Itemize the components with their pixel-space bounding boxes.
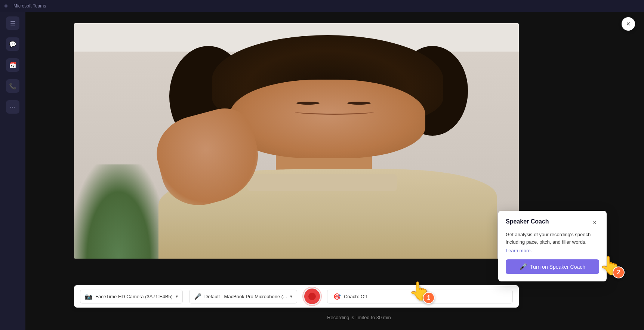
camera-selector[interactable]: 📷 FaceTime HD Camera (3A71:F4B5) ▾ [80, 290, 183, 303]
coach-button[interactable]: 🎯 Coach: Off [327, 290, 513, 303]
video-area: × 📷 FaceTime HD Camera (3A71:F4B5) ▾ 🎤 D… [25, 12, 644, 330]
camera-icon: 📷 [85, 293, 92, 300]
control-bar: 📷 FaceTime HD Camera (3A71:F4B5) ▾ 🎤 Def… [74, 285, 519, 308]
recording-limit: Recording is limited to 30 min [74, 315, 644, 320]
face [230, 80, 426, 158]
annotation-number-2: 2 [613, 266, 625, 278]
record-button[interactable] [303, 287, 321, 305]
turn-on-label: Turn on Speaker Coach [530, 264, 585, 270]
video-container [74, 23, 519, 259]
sidebar-icon-3[interactable]: 📅 [6, 58, 19, 72]
divider-1 [186, 290, 186, 303]
record-inner-circle [308, 293, 316, 300]
camera-label: FaceTime HD Camera (3A71:F4B5) [95, 294, 173, 299]
popup-close-button[interactable]: × [590, 218, 599, 227]
learn-more-link[interactable]: Learn more. [506, 248, 599, 253]
camera-chevron-icon: ▾ [176, 294, 178, 299]
mic-icon: 🎤 [194, 293, 201, 300]
coach-label: Coach: Off [344, 294, 367, 299]
mic-chevron-icon: ▾ [290, 294, 292, 299]
turn-on-speaker-coach-button[interactable]: 🎤 Turn on Speaker Coach [506, 259, 599, 274]
popup-title: Speaker Coach [506, 218, 549, 225]
close-button[interactable]: × [622, 17, 635, 31]
popup-header: Speaker Coach × [506, 218, 599, 227]
app-title: Microsoft Teams [13, 3, 46, 9]
mic-label: Default - MacBook Pro Microphone (... [204, 294, 287, 299]
popup-description: Get analysis of your recording's speech … [506, 231, 599, 246]
eye-left [296, 102, 320, 105]
speaker-coach-popup: Speaker Coach × Get analysis of your rec… [498, 211, 607, 281]
top-bar: Microsoft Teams [0, 0, 644, 12]
coach-icon: 🎯 [333, 293, 341, 300]
sidebar-icon-1[interactable]: ☰ [6, 16, 19, 30]
smile [294, 109, 375, 115]
turtleneck [247, 174, 397, 192]
speaker-coach-btn-icon: 🎤 [520, 263, 527, 270]
sidebar: ☰ 💬 📅 📞 ⋯ [0, 12, 25, 330]
bg-plant [74, 164, 163, 259]
sidebar-icon-2[interactable]: 💬 [6, 37, 19, 51]
sidebar-icon-5[interactable]: ⋯ [6, 100, 19, 114]
top-bar-dot [4, 4, 7, 7]
mic-selector[interactable]: 🎤 Default - MacBook Pro Microphone (... … [189, 290, 297, 303]
sidebar-icon-4[interactable]: 📞 [6, 79, 19, 93]
eye-right [347, 102, 371, 105]
